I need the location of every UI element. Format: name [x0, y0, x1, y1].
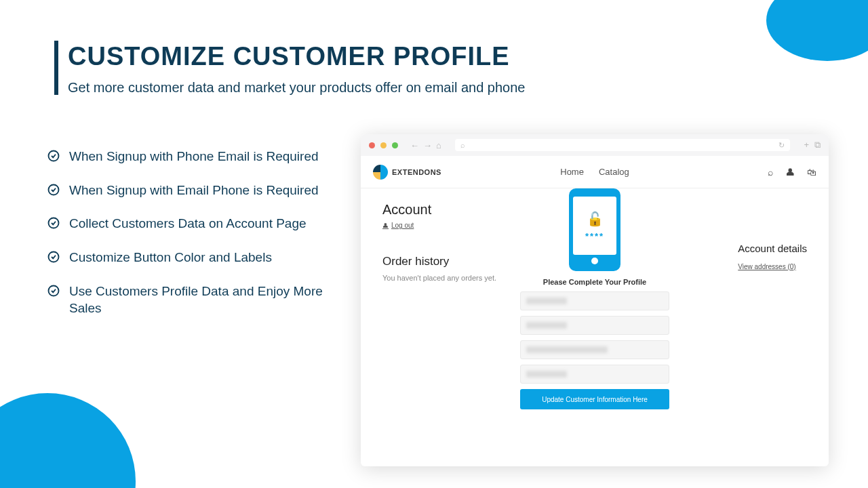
feature-item: Collect Customers Data on Account Page [47, 215, 332, 232]
form-field-2[interactable] [520, 316, 669, 335]
shop-body: Account 👤︎ Log out Order history You hav… [361, 188, 829, 466]
form-field-3[interactable] [520, 340, 669, 359]
maximize-icon[interactable] [392, 142, 398, 148]
page-subtitle: Get more customer data and market your p… [68, 80, 525, 96]
check-icon [47, 251, 60, 263]
cart-icon[interactable]: 🛍︎ [807, 167, 816, 178]
user-icon: 👤︎ [382, 222, 389, 229]
profile-form: Update Customer Information Here [520, 291, 669, 409]
phone-illustration: 🔓 **** [569, 188, 620, 271]
feature-item: Use Customers Profile Data and Enjoy Mor… [47, 283, 332, 317]
feature-item: When Signup with Phone Email is Required [47, 148, 332, 165]
search-icon[interactable]: ⌕ [768, 167, 773, 178]
feature-list: When Signup with Phone Email is Required… [47, 148, 332, 333]
update-profile-button[interactable]: Update Customer Information Here [520, 389, 669, 409]
check-icon [47, 285, 60, 297]
account-details: Account details View addresses (0) [738, 243, 807, 272]
url-bar[interactable]: ⌕ ↻ [455, 139, 791, 151]
feature-text: Customize Button Color and Labels [69, 249, 272, 266]
feature-text: When Signup with Phone Email is Required [69, 148, 319, 165]
feature-text: Collect Customers Data on Account Page [69, 215, 307, 232]
phone-screen: 🔓 **** [573, 197, 616, 255]
decorative-blob-top-right [766, 0, 868, 61]
blurred-value [526, 371, 567, 378]
shop-nav: Home Catalog [560, 167, 629, 177]
feature-item: Customize Button Color and Labels [47, 249, 332, 266]
nav-catalog[interactable]: Catalog [599, 167, 629, 177]
home-icon[interactable]: ⌂ [436, 140, 441, 150]
browser-actions: + ⧉ [804, 140, 821, 150]
lock-icon: 🔓 [587, 211, 604, 227]
browser-mockup: ← → ⌂ ⌕ ↻ + ⧉ EXTENDONS Home Catalog ⌕ 👤… [361, 134, 829, 466]
feature-text: Use Customers Profile Data and Enjoy Mor… [69, 283, 332, 317]
blurred-value [526, 298, 567, 304]
phone-home-button [591, 258, 598, 264]
brand-name: EXTENDONS [392, 168, 441, 176]
close-icon[interactable] [369, 142, 375, 148]
blurred-value [526, 322, 567, 329]
feature-text: When Signup with Email Phone is Required [69, 182, 319, 199]
search-icon: ⌕ [460, 141, 465, 149]
decorative-blob-bottom-left [0, 393, 136, 488]
blurred-value [526, 346, 608, 353]
browser-chrome: ← → ⌂ ⌕ ↻ + ⧉ [361, 134, 829, 156]
logout-label: Log out [391, 222, 414, 229]
form-field-1[interactable] [520, 291, 669, 310]
minimize-icon[interactable] [380, 142, 387, 148]
form-field-4[interactable] [520, 365, 669, 384]
account-details-title: Account details [738, 243, 807, 254]
check-icon [47, 184, 60, 196]
logo-icon [373, 165, 388, 180]
check-icon [47, 217, 60, 229]
shop-actions: ⌕ 👤︎ 🛍︎ [768, 167, 816, 178]
brand-logo[interactable]: EXTENDONS [373, 165, 441, 180]
back-icon[interactable]: ← [410, 140, 419, 150]
add-tab-icon[interactable]: + [804, 140, 809, 150]
profile-prompt: Please Complete Your Profile [543, 278, 646, 286]
pin-mask: **** [585, 231, 604, 241]
view-addresses-link[interactable]: View addresses (0) [738, 263, 795, 270]
browser-nav: ← → ⌂ [410, 140, 441, 150]
feature-item: When Signup with Email Phone is Required [47, 182, 332, 199]
title-accent-bar [54, 41, 58, 95]
check-icon [47, 150, 60, 162]
page-title: CUSTOMIZE CUSTOMER PROFILE [68, 42, 510, 71]
shop-header: EXTENDONS Home Catalog ⌕ 👤︎ 🛍︎ [361, 156, 829, 188]
copy-icon[interactable]: ⧉ [814, 140, 821, 150]
forward-icon[interactable]: → [423, 140, 432, 150]
user-icon[interactable]: 👤︎ [785, 167, 795, 178]
refresh-icon[interactable]: ↻ [778, 141, 785, 150]
nav-home[interactable]: Home [560, 167, 584, 177]
